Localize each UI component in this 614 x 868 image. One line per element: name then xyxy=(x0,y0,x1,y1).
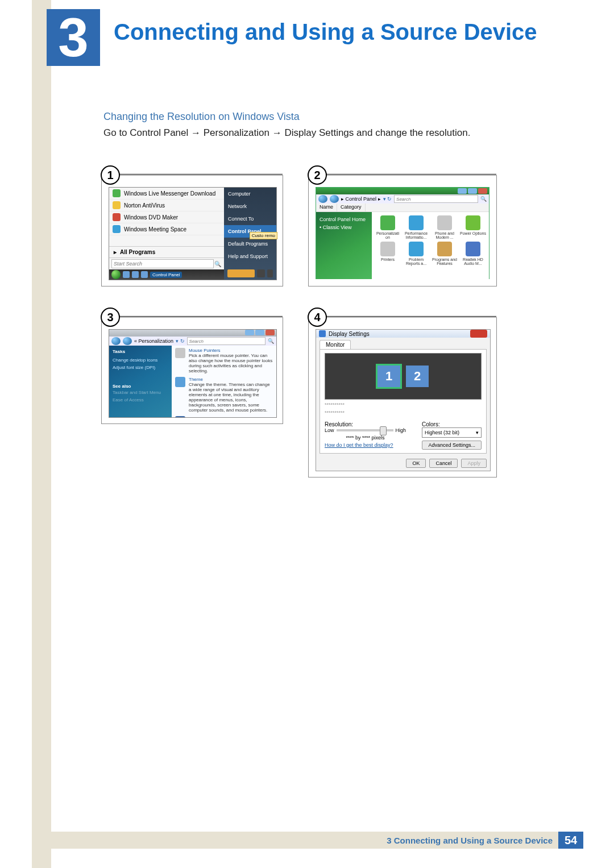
chapter-number: 3 xyxy=(58,10,88,65)
start-search-input[interactable] xyxy=(111,259,214,268)
start-menu-item[interactable]: Windows DVD Maker xyxy=(109,211,224,223)
control-panel-item[interactable]: Power Options xyxy=(459,215,487,239)
program-icon xyxy=(113,225,121,233)
cancel-button[interactable]: Cancel xyxy=(429,459,458,468)
taskbar-control-panel[interactable]: Control Panel xyxy=(150,272,182,278)
start-menu-right-item[interactable]: Help and Support xyxy=(224,250,276,263)
ok-button[interactable]: OK xyxy=(406,459,426,468)
program-label: Windows DVD Maker xyxy=(124,214,178,221)
figure-2-control-panel: 2 ▸ Control Panel ▸ ▾ ↻ 🔍 Name xyxy=(308,175,497,286)
apply-button[interactable]: Apply xyxy=(461,459,487,468)
applet-label: Personalizati on xyxy=(374,231,401,239)
maximize-button[interactable] xyxy=(468,188,477,194)
start-menu-item[interactable]: Norton AntiVirus xyxy=(109,200,224,211)
monitor-name: ********** xyxy=(325,402,482,408)
maximize-button[interactable] xyxy=(255,330,264,335)
resolution-label: Resolution: xyxy=(325,421,406,427)
start-menu-item[interactable]: Windows Meeting Space xyxy=(109,223,224,235)
tab-monitor[interactable]: Monitor xyxy=(320,340,351,349)
see-also-link[interactable]: Taskbar and Start Menu xyxy=(113,389,168,396)
breadcrumb[interactable]: « Personalization xyxy=(134,338,173,344)
taskbar-icon[interactable] xyxy=(141,271,148,278)
start-menu-right-item[interactable]: Connect To xyxy=(224,213,276,225)
nav-forward-icon[interactable] xyxy=(330,195,339,203)
monitor-1[interactable]: 1 xyxy=(377,366,400,387)
nav-back-icon[interactable] xyxy=(318,195,327,203)
control-panel-item[interactable]: Problem Reports a... xyxy=(403,242,430,265)
nav-back-icon[interactable] xyxy=(111,337,121,345)
sidebar-link-home[interactable]: Control Panel Home xyxy=(320,215,368,223)
start-menu-right-item[interactable]: Computer xyxy=(224,188,276,200)
minimize-button[interactable] xyxy=(245,330,254,335)
control-panel-item[interactable]: Printers xyxy=(374,242,401,265)
search-icon[interactable]: 🔍 xyxy=(268,338,274,344)
search-icon[interactable]: 🔍 xyxy=(214,260,222,268)
all-programs[interactable]: ▸ All Programs xyxy=(109,246,224,258)
control-panel-item[interactable]: Personalizati on xyxy=(374,215,401,239)
applet-icon xyxy=(466,242,480,256)
resolution-value: **** by **** pixels xyxy=(325,435,406,441)
option-icon xyxy=(175,348,185,358)
taskbar-icon[interactable] xyxy=(132,271,139,278)
lock-icon[interactable] xyxy=(257,269,265,277)
search-input[interactable] xyxy=(394,195,478,203)
figure-3-personalization: 3 « Personalization ▾ ↻ 🔍 xyxy=(101,317,283,424)
shutdown-options-icon[interactable] xyxy=(267,269,273,277)
personalization-option[interactable]: Display SettingsAdjust your monitor reso… xyxy=(175,416,273,417)
power-button[interactable] xyxy=(227,269,255,277)
nav-forward-icon[interactable] xyxy=(123,337,132,345)
slider-high: High xyxy=(396,427,406,433)
refresh-icon[interactable]: ▾ ↻ xyxy=(176,338,185,344)
chapter-title: Connecting and Using a Source Device xyxy=(114,19,537,45)
start-menu-right-item[interactable]: Network xyxy=(224,200,276,213)
minimize-button[interactable] xyxy=(458,188,467,194)
option-heading: Display Settings xyxy=(189,416,221,417)
breadcrumb[interactable]: ▸ Control Panel ▸ xyxy=(341,196,381,202)
control-panel-item[interactable]: Phone and Modem ... xyxy=(431,215,458,239)
search-input[interactable] xyxy=(187,337,265,345)
control-panel-item[interactable]: Realtek HD Audio M... xyxy=(459,242,487,265)
refresh-icon[interactable]: ▾ ↻ xyxy=(383,196,392,202)
start-menu-item[interactable]: Windows Live Messenger Download xyxy=(109,188,224,200)
applet-label: Printers xyxy=(381,258,395,261)
option-desc: Change the theme. Themes can change a wi… xyxy=(189,382,270,413)
start-orb-icon[interactable] xyxy=(111,270,121,279)
option-heading: Theme xyxy=(189,377,203,382)
chevron-right-icon: ▸ xyxy=(114,249,117,255)
personalization-option[interactable]: Mouse PointersPick a different mouse poi… xyxy=(175,348,273,373)
control-panel-item[interactable]: Programs and Features xyxy=(431,242,458,265)
start-menu-right-item[interactable]: Default Programs xyxy=(224,238,276,250)
page-footer: 3 Connecting and Using a Source Device 5… xyxy=(32,832,583,849)
task-link[interactable]: Adjust font size (DPI) xyxy=(113,364,168,371)
task-link[interactable]: Change desktop icons xyxy=(113,356,168,364)
monitor-2[interactable]: 2 xyxy=(406,366,429,387)
taskbar-icon[interactable] xyxy=(123,271,130,278)
resolution-slider[interactable] xyxy=(337,429,393,431)
monitor-preview[interactable]: 1 2 xyxy=(325,353,482,400)
program-icon xyxy=(113,213,121,221)
program-label: Windows Meeting Space xyxy=(124,226,186,232)
help-link[interactable]: How do I get the best display? xyxy=(325,442,393,448)
applet-label: Realtek HD Audio M... xyxy=(459,258,487,265)
close-button[interactable] xyxy=(265,330,275,335)
applet-icon xyxy=(380,215,395,230)
applet-icon xyxy=(409,215,424,230)
colors-select[interactable]: Highest (32 bit) ▾ xyxy=(422,427,482,438)
search-icon[interactable]: 🔍 xyxy=(480,196,487,202)
dialog-title: Display Settings xyxy=(329,331,370,337)
sidebar-link-classic[interactable]: Classic View xyxy=(320,223,368,231)
program-label: Norton AntiVirus xyxy=(124,202,165,209)
column-name[interactable]: Name xyxy=(316,203,337,211)
advanced-button[interactable]: Advanced Settings... xyxy=(422,441,482,450)
see-also-link[interactable]: Ease of Access xyxy=(113,396,168,404)
slider-low: Low xyxy=(325,427,334,433)
personalization-option[interactable]: ThemeChange the theme. Themes can change… xyxy=(175,377,273,413)
column-category[interactable]: Category xyxy=(337,203,366,211)
close-button[interactable] xyxy=(478,188,487,194)
program-icon xyxy=(113,189,121,197)
colors-label: Colors: xyxy=(422,421,482,427)
see-also-heading: See also xyxy=(113,384,168,389)
control-panel-item[interactable]: Performance Informatio... xyxy=(403,215,430,239)
option-icon xyxy=(175,377,185,387)
close-button[interactable] xyxy=(470,330,487,338)
